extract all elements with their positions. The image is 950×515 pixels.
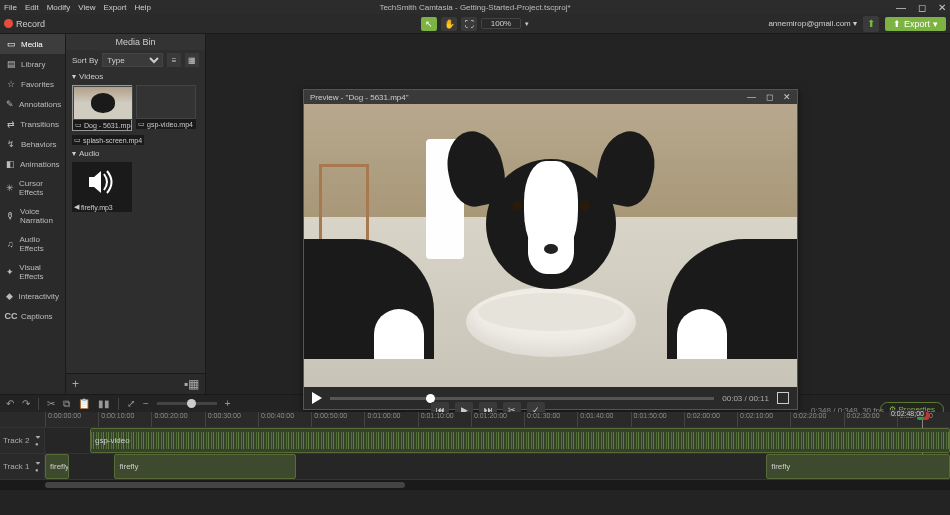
tool-annotations[interactable]: ✎Annotations [0, 94, 65, 114]
toolbar-center: ↖ ✋ ⛶ 100% ▾ [421, 17, 529, 31]
timeline-ruler[interactable]: 0:00:00:000:00:10:000:00:20:000:00:30:00… [0, 412, 950, 427]
zoom-caret-icon[interactable]: ▾ [525, 20, 529, 28]
track-name: Track 1 [3, 462, 29, 471]
view-list-button[interactable]: ≡ [167, 53, 181, 67]
hand-tool-button[interactable]: ✋ [441, 17, 457, 31]
zoom-in-button[interactable]: + [225, 398, 231, 409]
ruler-tick: 0:00:10:00 [98, 412, 151, 427]
close-icon[interactable]: ✕ [938, 2, 946, 13]
timeline-clip[interactable]: firefly [114, 454, 296, 479]
tool-transitions[interactable]: ⇄Transitions [0, 114, 65, 134]
timeline-clip[interactable]: firefly [766, 454, 950, 479]
undo-button[interactable]: ↶ [6, 398, 14, 409]
menu-export[interactable]: Export [103, 3, 126, 12]
share-button[interactable]: ⬆ [863, 16, 879, 32]
play-button[interactable] [312, 392, 322, 404]
preview-close-icon[interactable]: ✕ [783, 92, 791, 102]
audio-thumbs: ◀firefly.mp3 [66, 160, 205, 214]
tool-favorites[interactable]: ☆Favorites [0, 74, 65, 94]
preview-title-text: Preview - "Dog - 5631.mp4" [310, 93, 409, 102]
menu-file[interactable]: File [4, 3, 17, 12]
maximize-icon[interactable]: ◻ [918, 2, 926, 13]
preview-minimize-icon[interactable]: — [747, 92, 756, 102]
zoom-handle[interactable] [187, 399, 196, 408]
account-menu[interactable]: annemirop@gmail.com ▾ [768, 19, 857, 28]
tool-cursor-effects[interactable]: ✳Cursor Effects [0, 174, 65, 202]
timeline-scrollbar[interactable] [0, 479, 950, 490]
clip-icon: ▭ [75, 121, 82, 129]
split-clip-button[interactable]: ▮▮ [98, 398, 110, 409]
canvas-area[interactable]: Preview - "Dog - 5631.mp4" — ◻ ✕ [206, 34, 950, 394]
menu-modify[interactable]: Modify [47, 3, 71, 12]
export-button[interactable]: ⬆ Export ▾ [885, 17, 946, 31]
audio-icon: ♫ [6, 239, 14, 249]
video-thumbs: ▭Dog - 5631.mp4 ▭gsp-video.mp4 [66, 83, 205, 133]
zoom-fit-button[interactable]: ⤢ [127, 398, 135, 409]
scrollbar-thumb[interactable] [45, 482, 405, 488]
tool-animations[interactable]: ◧Animations [0, 154, 65, 174]
track-toggle-icon[interactable]: ⏷ [35, 434, 41, 440]
track-toggle-icon[interactable]: ⏷ [35, 460, 41, 466]
star-icon: ☆ [6, 79, 16, 89]
tool-interactivity[interactable]: ◆Interactivity [0, 286, 65, 306]
copy-button[interactable]: ⧉ [63, 398, 70, 410]
track-header[interactable]: Track 2⏷● [0, 428, 45, 453]
ruler-tick: 0:02:10:00 [737, 412, 790, 427]
add-media-button[interactable]: + [72, 377, 79, 391]
videos-section-header[interactable]: ▾ Videos [66, 70, 205, 83]
record-button[interactable]: Record [4, 19, 45, 29]
panel-collapse-button[interactable]: ▪▦ [184, 377, 199, 391]
mic-icon: 🎙 [6, 211, 15, 221]
audio-section-header[interactable]: ▾ Audio [66, 147, 205, 160]
menu-edit[interactable]: Edit [25, 3, 39, 12]
tool-behaviors[interactable]: ↯Behaviors [0, 134, 65, 154]
view-grid-button[interactable]: ▦ [185, 53, 199, 67]
tool-library[interactable]: ▤Library [0, 54, 65, 74]
menubar: File Edit Modify View Export Help TechSm… [0, 0, 950, 14]
menu-left: File Edit Modify View Export Help [4, 3, 151, 12]
thumb-label: gsp-video.mp4 [147, 121, 193, 128]
menu-view[interactable]: View [78, 3, 95, 12]
clip-label: firefly [119, 462, 138, 471]
media-thumb-splash[interactable]: ▭splash-screen.mp4 [72, 135, 144, 145]
paste-button[interactable]: 📋 [78, 398, 90, 409]
track-body[interactable]: fireflyfireflyfirefly [45, 454, 950, 479]
zoom-out-button[interactable]: − [143, 398, 149, 409]
preview-video[interactable] [304, 104, 797, 387]
timeline-zoom-slider[interactable] [157, 402, 217, 405]
crop-tool-button[interactable]: ⛶ [461, 17, 477, 31]
tool-media[interactable]: ▭Media [0, 34, 65, 54]
track-header[interactable]: Track 1⏷● [0, 454, 45, 479]
track-body[interactable]: gsp-video [45, 428, 950, 453]
timeline-clip[interactable]: firefly [45, 454, 69, 479]
seek-bar[interactable] [330, 397, 714, 400]
library-icon: ▤ [6, 59, 16, 69]
media-thumb-gsp[interactable]: ▭gsp-video.mp4 [136, 85, 196, 131]
thumb-label: Dog - 5631.mp4 [84, 122, 131, 129]
tool-label: Audio Effects [19, 235, 59, 253]
redo-button[interactable]: ↷ [22, 398, 30, 409]
media-thumb-dog[interactable]: ▭Dog - 5631.mp4 [72, 85, 132, 131]
tool-captions[interactable]: CCCaptions [0, 306, 65, 326]
track-lock-icon[interactable]: ● [35, 441, 41, 447]
tool-audio-effects[interactable]: ♫Audio Effects [0, 230, 65, 258]
ruler-tick: 0:01:40:00 [577, 412, 630, 427]
tool-label: Voice Narration [20, 207, 59, 225]
media-bin-title: Media Bin [66, 34, 205, 50]
tool-visual-effects[interactable]: ✦Visual Effects [0, 258, 65, 286]
tool-label: Transitions [20, 120, 59, 129]
menu-help[interactable]: Help [135, 3, 151, 12]
cut-button[interactable]: ✂ [47, 398, 55, 409]
cursor-tool-button[interactable]: ↖ [421, 17, 437, 31]
thumb-label: splash-screen.mp4 [83, 137, 142, 144]
sort-dropdown[interactable]: Type [102, 53, 163, 67]
sort-label: Sort By [72, 56, 98, 65]
preview-titlebar[interactable]: Preview - "Dog - 5631.mp4" — ◻ ✕ [304, 90, 797, 104]
zoom-dropdown[interactable]: 100% [481, 18, 521, 29]
preview-maximize-icon[interactable]: ◻ [766, 92, 773, 102]
minimize-icon[interactable]: — [896, 2, 906, 13]
media-thumb-firefly[interactable]: ◀firefly.mp3 [72, 162, 132, 212]
track-lock-icon[interactable]: ● [35, 467, 41, 473]
tool-voice-narration[interactable]: 🎙Voice Narration [0, 202, 65, 230]
timeline-clip[interactable]: gsp-video [90, 428, 950, 453]
